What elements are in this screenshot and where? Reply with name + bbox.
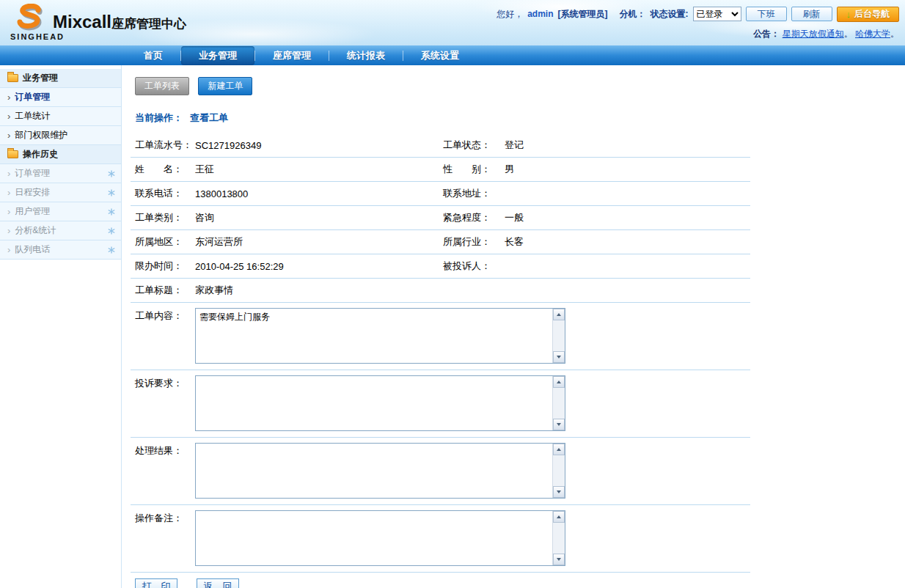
app-title-suffix: 座席管理中心: [111, 17, 186, 31]
user-role-text: [系统管理员]: [558, 8, 608, 21]
field-label-industry: 所属行业：: [443, 235, 505, 249]
field-label-title: 工单标题：: [135, 284, 195, 297]
notice-link-holiday[interactable]: 星期天放假通知: [783, 29, 844, 39]
field-label-serial: 工单流水号：: [135, 139, 195, 152]
nav-tab-business[interactable]: 业务管理: [181, 46, 254, 65]
extension-label: 分机：: [620, 8, 646, 21]
sidebar: 业务管理 › 订单管理 › 工单统计 › 部门权限维护 操作历史 › 订单管理 …: [0, 65, 122, 588]
field-value-gender: 男: [505, 163, 750, 176]
scroll-up-button[interactable]: [553, 376, 565, 388]
brand-area: SINGHEAD Mixcall座席管理中心: [10, 1, 186, 41]
operation-note-textarea[interactable]: [196, 511, 552, 565]
field-label-complaint-request: 投诉要求：: [135, 375, 195, 390]
scroll-down-button[interactable]: [553, 554, 565, 565]
scroll-up-button[interactable]: [553, 444, 565, 455]
down-arrow-icon: ↓: [846, 10, 851, 19]
field-label-complainee: 被投诉人：: [443, 260, 505, 273]
handle-result-textarea[interactable]: [196, 444, 552, 498]
status-select[interactable]: 已登录: [693, 7, 741, 21]
notice-link-harvard[interactable]: 哈佛大学: [855, 29, 890, 39]
scroll-down-button[interactable]: [553, 351, 565, 363]
arrow-bullet-icon: ›: [7, 131, 10, 140]
field-label-address: 联系地址：: [443, 187, 505, 200]
sidebar-item-label: 工单统计: [15, 110, 115, 122]
form-textarea-row: 操作备注：: [131, 505, 750, 573]
nav-tab-settings[interactable]: 系统设置: [403, 46, 477, 65]
form-textarea-row: 工单内容： 需要保姆上门服务: [131, 303, 750, 370]
sidebar-group-history[interactable]: 操作历史: [0, 145, 121, 164]
sidebar-item-label: 用户管理: [15, 205, 103, 218]
module-badge-icon: [108, 246, 115, 254]
form-row: 姓 名： 王征 性 别： 男: [131, 158, 750, 182]
field-value-title: 家政事情: [195, 284, 750, 297]
ticket-content-textarea[interactable]: 需要保姆上门服务: [196, 309, 552, 363]
module-badge-icon: [108, 227, 115, 235]
sidebar-item-label: 队列电话: [15, 243, 103, 256]
arrow-bullet-icon: ›: [7, 92, 10, 102]
nav-tab-home[interactable]: 首页: [126, 46, 180, 65]
textarea-scrollbar[interactable]: [552, 444, 565, 498]
sidebar-item-schedule[interactable]: › 日程安排: [0, 183, 121, 202]
off-work-button[interactable]: 下班: [746, 7, 787, 21]
scroll-up-button[interactable]: [553, 511, 565, 523]
textarea-container: 需要保姆上门服务: [195, 308, 565, 364]
textarea-scrollbar[interactable]: [552, 511, 565, 565]
refresh-button[interactable]: 刷新: [791, 7, 832, 21]
arrow-bullet-icon: ›: [7, 226, 10, 235]
arrow-down-icon: [557, 490, 561, 493]
backend-nav-button[interactable]: ↓ 后台导航: [837, 7, 900, 22]
sidebar-item-analysis-stats[interactable]: › 分析&统计: [0, 221, 121, 240]
username-link[interactable]: admin: [527, 9, 553, 19]
sidebar-item-user-mgmt[interactable]: › 用户管理: [0, 202, 121, 221]
field-label-category: 工单类别：: [135, 211, 195, 224]
sidebar-item-dept-permission[interactable]: › 部门权限维护: [0, 126, 121, 145]
field-value-status: 登记: [505, 139, 750, 152]
user-bar-row1: 您好， admin [系统管理员] 分机： 状态设置: 已登录 下班 刷新 ↓ …: [497, 6, 899, 22]
app-title-brand: Mixcall: [53, 12, 111, 32]
complaint-request-textarea[interactable]: [196, 376, 552, 430]
sidebar-item-order-mgmt-2[interactable]: › 订单管理: [0, 164, 121, 183]
textarea-scrollbar[interactable]: [552, 376, 565, 430]
sidebar-item-ticket-stats[interactable]: › 工单统计: [0, 107, 121, 126]
textarea-scrollbar[interactable]: [552, 309, 565, 363]
singhead-logo: SINGHEAD: [10, 1, 48, 41]
nav-tab-agent[interactable]: 座席管理: [255, 46, 329, 65]
print-button[interactable]: 打 印: [135, 578, 177, 588]
field-label-urgency: 紧急程度：: [443, 211, 505, 224]
arrow-up-icon: [557, 448, 561, 451]
module-badge-icon: [108, 208, 115, 216]
status-label: 状态设置:: [651, 8, 689, 21]
sidebar-group-business[interactable]: 业务管理: [0, 69, 121, 88]
field-label-operation-note: 操作备注：: [135, 510, 195, 525]
current-operation-label: 当前操作：: [135, 112, 183, 123]
form-footer: 打 印 返 回: [135, 578, 750, 588]
content-area: 业务管理 › 订单管理 › 工单统计 › 部门权限维护 操作历史 › 订单管理 …: [0, 65, 905, 588]
field-value-urgency: 一般: [505, 211, 750, 224]
logo-s-icon: [12, 4, 46, 32]
notice-bar: 公告： 星期天放假通知。 哈佛大学。: [497, 28, 899, 40]
field-value-serial: SC1271926349: [195, 140, 443, 151]
notice-label: 公告：: [753, 29, 780, 39]
arrow-bullet-icon: ›: [7, 207, 10, 216]
sidebar-item-label: 订单管理: [15, 167, 103, 180]
scroll-down-button[interactable]: [553, 486, 565, 498]
sidebar-item-queue-calls[interactable]: › 队列电话: [0, 240, 121, 260]
folder-icon: [7, 74, 18, 82]
scroll-up-button[interactable]: [553, 309, 565, 320]
sidebar-group-label: 操作历史: [23, 148, 58, 161]
breadcrumb: 当前操作：查看工单: [135, 111, 905, 125]
scroll-down-button[interactable]: [553, 419, 565, 430]
form-textarea-row: 处理结果：: [131, 438, 750, 505]
back-button[interactable]: 返 回: [197, 578, 239, 588]
nav-tab-reports[interactable]: 统计报表: [329, 46, 403, 65]
sidebar-item-order-mgmt[interactable]: › 订单管理: [0, 88, 121, 107]
form-row: 联系电话： 1380013800 联系地址：: [131, 182, 750, 206]
ticket-list-button[interactable]: 工单列表: [135, 77, 189, 95]
sidebar-item-label: 部门权限维护: [15, 129, 115, 142]
new-ticket-button[interactable]: 新建工单: [198, 77, 252, 95]
folder-icon: [7, 150, 18, 158]
logo-wordmark: SINGHEAD: [10, 32, 48, 41]
field-label-content: 工单内容：: [135, 308, 195, 323]
field-value-phone: 1380013800: [195, 188, 443, 199]
field-value-deadline: 2010-04-25 16:52:29: [195, 261, 443, 272]
